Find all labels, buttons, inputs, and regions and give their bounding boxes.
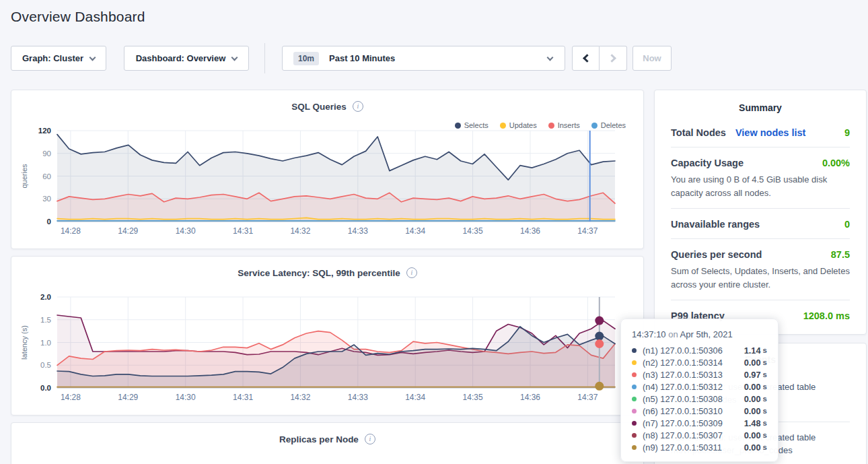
node-address: (n8) 127.0.0.1:50307 bbox=[643, 430, 723, 440]
info-icon[interactable]: i bbox=[353, 101, 363, 112]
latency-value: 0.97 bbox=[744, 370, 761, 380]
latency-unit: s bbox=[763, 383, 767, 391]
svg-text:90: 90 bbox=[42, 150, 51, 158]
node-address: (n6) 127.0.0.1:50310 bbox=[643, 406, 723, 416]
svg-text:14:32: 14:32 bbox=[290, 393, 310, 402]
info-icon[interactable]: i bbox=[406, 267, 417, 278]
summary-row-unavailable-ranges: Unavailable ranges 0 bbox=[671, 208, 850, 238]
svg-text:120: 120 bbox=[38, 127, 51, 135]
tooltip-row: (n9) 127.0.0.1:503110.00s bbox=[632, 441, 767, 453]
svg-text:14:33: 14:33 bbox=[348, 393, 368, 402]
chart-title: Replicas per Node bbox=[279, 434, 359, 444]
toolbar-divider bbox=[264, 43, 265, 73]
time-range-badge: 10m bbox=[293, 52, 319, 65]
svg-text:14:32: 14:32 bbox=[290, 226, 310, 236]
chart-title: SQL Queries bbox=[291, 102, 347, 112]
sql-queries-chart[interactable]: 14:2814:2914:3014:3114:3214:3314:3414:35… bbox=[18, 127, 638, 238]
series-color-dot bbox=[632, 445, 637, 450]
series-color-dot bbox=[632, 397, 637, 401]
node-address: (n2) 127.0.0.1:50314 bbox=[643, 358, 723, 368]
summary-label: Queries per second bbox=[671, 249, 762, 260]
svg-text:14:29: 14:29 bbox=[118, 226, 138, 236]
summary-value: 0 bbox=[844, 219, 850, 230]
latency-value: 1.48 bbox=[744, 418, 761, 428]
svg-text:14:33: 14:33 bbox=[348, 226, 368, 236]
summary-value: 1208.0 ms bbox=[803, 310, 850, 321]
latency-value: 0.00 bbox=[744, 406, 761, 416]
series-color-dot bbox=[632, 360, 637, 365]
summary-value: 9 bbox=[844, 127, 850, 138]
node-address: (n1) 127.0.0.1:50306 bbox=[643, 345, 723, 356]
svg-text:60: 60 bbox=[42, 172, 51, 180]
svg-text:0.0: 0.0 bbox=[40, 384, 51, 392]
latency-unit: s bbox=[763, 395, 767, 403]
chevron-down-icon bbox=[231, 54, 238, 61]
svg-text:0: 0 bbox=[47, 218, 51, 226]
summary-row-total-nodes: Total Nodes View nodes list 9 bbox=[671, 117, 850, 147]
svg-text:14:34: 14:34 bbox=[405, 393, 425, 402]
latency-value: 0.00 bbox=[744, 358, 761, 368]
svg-text:14:29: 14:29 bbox=[118, 393, 138, 402]
summary-row-capacity: Capacity Usage 0.00% You are using 0 B o… bbox=[671, 147, 850, 208]
svg-text:14:31: 14:31 bbox=[233, 393, 253, 402]
svg-text:14:36: 14:36 bbox=[520, 393, 540, 402]
svg-text:2.0: 2.0 bbox=[40, 293, 51, 301]
latency-value: 0.00 bbox=[744, 382, 761, 392]
svg-text:queries: queries bbox=[20, 164, 28, 189]
series-color-dot bbox=[632, 385, 637, 389]
series-color-dot bbox=[632, 348, 637, 353]
node-address: (n3) 127.0.0.1:50313 bbox=[643, 370, 723, 380]
chevron-down-icon bbox=[547, 54, 554, 61]
dashboard-dropdown[interactable]: Dashboard: Overview bbox=[124, 46, 249, 71]
summary-panel: Summary Total Nodes View nodes list 9 Ca… bbox=[654, 90, 867, 335]
series-color-dot bbox=[632, 372, 637, 377]
charts-column: SQL Queries i SelectsUpdatesInsertsDelet… bbox=[11, 90, 644, 464]
tooltip-timestamp: 14:37:10 on Apr 5th, 2021 bbox=[632, 329, 767, 339]
svg-text:0.5: 0.5 bbox=[40, 361, 51, 369]
time-range-dropdown[interactable]: 10m Past 10 Minutes bbox=[282, 46, 565, 71]
summary-label: Capacity Usage bbox=[671, 158, 744, 168]
replicas-per-node-chart-card: Replicas per Node i bbox=[11, 422, 644, 464]
chevron-right-icon bbox=[608, 54, 616, 63]
tooltip-row: (n3) 127.0.0.1:503130.97s bbox=[632, 368, 767, 380]
service-latency-chart-card: Service Latency: SQL, 99th percentile i … bbox=[11, 256, 644, 416]
svg-text:14:28: 14:28 bbox=[61, 393, 81, 402]
svg-text:14:28: 14:28 bbox=[61, 226, 81, 236]
svg-text:14:34: 14:34 bbox=[405, 226, 425, 236]
series-color-dot bbox=[632, 433, 637, 438]
tooltip-row: (n8) 127.0.0.1:503070.00s bbox=[632, 429, 767, 441]
summary-label: Unavailable ranges bbox=[671, 219, 760, 230]
chevron-down-icon bbox=[89, 54, 96, 61]
latency-value: 0.00 bbox=[744, 394, 761, 404]
chart-hover-tooltip: 14:37:10 on Apr 5th, 2021 (n1) 127.0.0.1… bbox=[620, 319, 779, 462]
tooltip-row: (n1) 127.0.0.1:503061.14s bbox=[632, 344, 767, 356]
chevron-left-icon bbox=[583, 54, 591, 63]
series-color-dot bbox=[632, 409, 637, 413]
dashboard-dropdown-label: Dashboard: Overview bbox=[136, 53, 226, 63]
toolbar: Graph: Cluster Dashboard: Overview 10m P… bbox=[11, 46, 672, 71]
node-address: (n7) 127.0.0.1:50309 bbox=[643, 418, 723, 428]
service-latency-chart[interactable]: 14:2814:2914:3014:3114:3214:3314:3414:35… bbox=[18, 293, 638, 404]
svg-text:1.5: 1.5 bbox=[40, 316, 51, 324]
series-color-dot bbox=[632, 421, 637, 426]
svg-text:latency (s): latency (s) bbox=[20, 325, 28, 360]
latency-value: 1.14 bbox=[744, 345, 761, 356]
summary-label: Total Nodes bbox=[671, 127, 726, 138]
latency-unit: s bbox=[763, 346, 767, 354]
now-button[interactable]: Now bbox=[632, 46, 672, 71]
svg-text:14:36: 14:36 bbox=[520, 226, 540, 236]
latency-unit: s bbox=[763, 407, 767, 415]
svg-text:14:30: 14:30 bbox=[176, 393, 196, 402]
summary-value: 0.00% bbox=[822, 158, 850, 168]
page-title: Overview Dashboard bbox=[11, 9, 145, 25]
view-nodes-list-link[interactable]: View nodes list bbox=[735, 127, 806, 138]
time-prev-button[interactable] bbox=[572, 46, 600, 71]
node-address: (n9) 127.0.0.1:50311 bbox=[643, 442, 722, 453]
latency-unit: s bbox=[763, 443, 767, 451]
tooltip-row: (n5) 127.0.0.1:503080.00s bbox=[632, 393, 767, 405]
info-icon[interactable]: i bbox=[365, 434, 375, 444]
svg-text:14:30: 14:30 bbox=[176, 226, 196, 236]
time-next-button[interactable] bbox=[600, 46, 627, 71]
latency-value: 0.00 bbox=[744, 442, 761, 453]
graph-dropdown[interactable]: Graph: Cluster bbox=[11, 46, 106, 71]
